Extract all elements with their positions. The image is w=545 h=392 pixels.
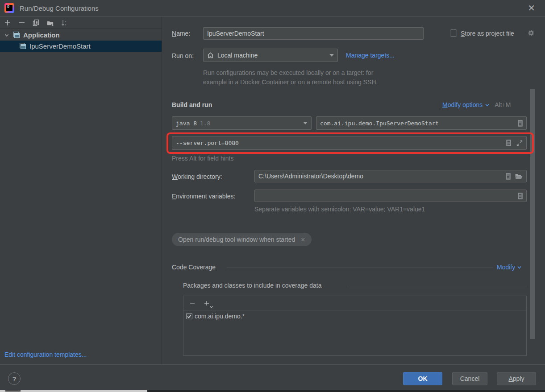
coverage-remove-button[interactable] bbox=[189, 300, 196, 307]
macros-icon[interactable] bbox=[518, 193, 523, 199]
run-on-hint-line2: example in a Docker Container or on a re… bbox=[203, 78, 378, 86]
configurations-toolbar: az bbox=[0, 17, 162, 29]
panel-divider bbox=[162, 17, 162, 364]
build-and-run-title: Build and run bbox=[172, 101, 212, 108]
name-input[interactable]: IpuServerDemoStart bbox=[203, 27, 424, 40]
tag-close-icon[interactable]: ✕ bbox=[300, 236, 305, 243]
remove-configuration-button[interactable] bbox=[18, 19, 25, 26]
coverage-entry-checkbox[interactable] bbox=[186, 313, 192, 319]
copy-configuration-button[interactable] bbox=[33, 19, 40, 26]
footer-divider bbox=[0, 364, 545, 365]
coverage-packages-header: Packages and classes to include in cover… bbox=[183, 282, 322, 289]
tree-group-label: Application bbox=[23, 31, 60, 39]
cancel-button[interactable]: Cancel bbox=[452, 372, 487, 385]
working-directory-value: C:\Users\Administrator\Desktop\demo bbox=[258, 173, 363, 180]
background-window-edge bbox=[5, 390, 21, 392]
run-on-label: Run on: bbox=[172, 52, 194, 59]
help-button[interactable]: ? bbox=[8, 372, 21, 385]
environment-variables-label: Environment variables: bbox=[172, 193, 235, 200]
coverage-toolbar bbox=[183, 296, 526, 310]
name-label: Name: bbox=[172, 30, 190, 37]
coverage-add-button[interactable] bbox=[203, 300, 210, 307]
expand-icon[interactable] bbox=[516, 140, 523, 146]
macros-icon[interactable] bbox=[506, 173, 511, 180]
tree-group-application[interactable]: Application bbox=[0, 29, 162, 41]
jre-select[interactable]: java 8 1.8 bbox=[172, 116, 312, 130]
coverage-entry-label: com.ai.ipu.demo.* bbox=[195, 313, 245, 320]
svg-text:z: z bbox=[65, 23, 66, 26]
store-as-project-file-label: Store as project file bbox=[461, 30, 514, 37]
application-icon bbox=[13, 32, 21, 39]
run-on-hint-line1: Run configurations may be executed local… bbox=[203, 69, 373, 76]
dropdown-arrow-icon bbox=[303, 122, 308, 124]
code-coverage-title: Code Coverage bbox=[172, 264, 216, 271]
program-arguments-input[interactable]: --server.port=8080 bbox=[172, 136, 527, 150]
intellij-logo-icon: IJ bbox=[4, 3, 14, 13]
name-value: IpuServerDemoStart bbox=[207, 30, 264, 37]
field-hints-text: Press Alt for field hints bbox=[172, 155, 234, 162]
new-folder-button[interactable] bbox=[47, 19, 54, 26]
environment-variables-input[interactable] bbox=[254, 190, 527, 202]
jre-value: java 8 bbox=[176, 120, 197, 127]
vertical-scrollbar[interactable] bbox=[530, 89, 535, 339]
close-icon[interactable]: ✕ bbox=[528, 3, 535, 13]
working-directory-input[interactable]: C:\Users\Administrator\Desktop\demo bbox=[254, 170, 527, 182]
dialog-titlebar: IJ Run/Debug Configurations ✕ bbox=[0, 0, 545, 17]
ok-button[interactable]: OK bbox=[403, 372, 442, 385]
open-tool-window-tag[interactable]: Open run/debug tool window when started … bbox=[172, 233, 312, 246]
coverage-modify-link[interactable]: Modify bbox=[497, 264, 515, 271]
modify-options-shortcut: Alt+M bbox=[495, 101, 511, 108]
main-class-value: com.ai.ipu.demo.IpuServerDemoStart bbox=[320, 120, 439, 127]
run-on-value: Local machine bbox=[217, 52, 258, 59]
background-window-edge bbox=[0, 390, 147, 392]
edit-configuration-templates-link[interactable]: Edit configuration templates... bbox=[4, 351, 87, 358]
chevron-down-icon bbox=[485, 103, 489, 107]
jre-version: 1.8 bbox=[200, 120, 210, 127]
tag-label: Open run/debug tool window when started bbox=[178, 236, 295, 243]
apply-button[interactable]: Apply bbox=[497, 372, 536, 385]
dialog-title: Run/Debug Configurations bbox=[20, 4, 99, 12]
modify-options-link[interactable]: Modify options bbox=[442, 101, 483, 108]
application-icon bbox=[20, 43, 27, 50]
tree-item-label: IpuServerDemoStart bbox=[29, 42, 91, 50]
working-directory-label: Working directory: bbox=[172, 173, 222, 180]
coverage-panel: com.ai.ipu.demo.* bbox=[183, 296, 527, 356]
svg-text:a: a bbox=[65, 20, 67, 23]
chevron-down-icon bbox=[517, 266, 521, 269]
program-arguments-value: --server.port=8080 bbox=[176, 140, 239, 146]
dropdown-arrow-icon bbox=[329, 54, 334, 57]
background-window-edge bbox=[147, 390, 545, 392]
environment-variables-hint: Separate variables with semicolon: VAR=v… bbox=[254, 206, 425, 213]
section-divider bbox=[227, 268, 493, 268]
sort-configurations-button[interactable]: az bbox=[61, 19, 68, 26]
coverage-entry-row[interactable]: com.ai.ipu.demo.* bbox=[183, 310, 526, 322]
main-class-input[interactable]: com.ai.ipu.demo.IpuServerDemoStart bbox=[316, 116, 527, 130]
tree-item-ipuserverdemostart[interactable]: IpuServerDemoStart bbox=[0, 41, 162, 52]
add-configuration-button[interactable] bbox=[4, 19, 11, 26]
gear-icon[interactable] bbox=[528, 29, 535, 37]
chevron-down-icon bbox=[4, 33, 9, 37]
manage-targets-link[interactable]: Manage targets... bbox=[346, 52, 395, 59]
store-as-project-file-checkbox[interactable] bbox=[450, 29, 457, 37]
browse-folder-icon[interactable] bbox=[515, 173, 523, 179]
home-icon bbox=[207, 52, 214, 58]
macros-icon[interactable] bbox=[506, 140, 511, 146]
macros-icon[interactable] bbox=[518, 120, 523, 127]
section-divider bbox=[347, 286, 527, 286]
run-on-select[interactable]: Local machine bbox=[203, 49, 338, 62]
